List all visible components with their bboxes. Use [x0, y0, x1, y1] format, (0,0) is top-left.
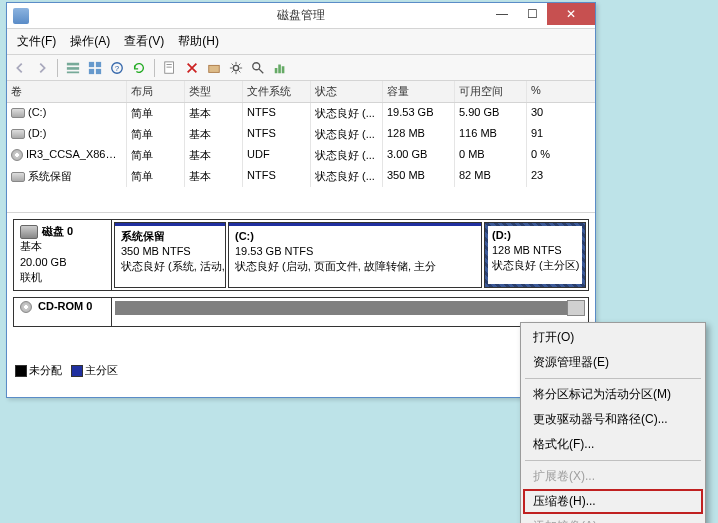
scrollbar-track[interactable]: [115, 301, 585, 315]
svg-rect-12: [209, 65, 220, 72]
disk-0: 磁盘 0 基本 20.00 GB 联机 系统保留 350 MB NTFS 状态良…: [13, 219, 589, 291]
disk-title: 磁盘 0: [42, 225, 73, 237]
toolbar-separator: [154, 59, 155, 77]
toolbar: ?: [7, 55, 595, 81]
volume-status: 状态良好 (...: [311, 145, 383, 166]
volume-fs: UDF: [243, 145, 311, 166]
close-button[interactable]: ✕: [547, 3, 595, 25]
svg-rect-17: [278, 64, 281, 73]
volume-name: (D:): [28, 127, 46, 139]
forward-button: [33, 59, 51, 77]
ctx-change-letter[interactable]: 更改驱动器号和路径(C)...: [523, 407, 703, 432]
partitions: 系统保留 350 MB NTFS 状态良好 (系统, 活动, 主 (C:) 19…: [112, 220, 588, 290]
delete-icon[interactable]: [183, 59, 201, 77]
cdrom-info[interactable]: CD-ROM 0: [14, 298, 112, 326]
volume-free: 5.90 GB: [455, 103, 527, 124]
ctx-add-mirror: 添加镜像(A)...: [523, 514, 703, 523]
ctx-format[interactable]: 格式化(F)...: [523, 432, 703, 457]
volume-type: 基本: [185, 103, 243, 124]
volume-row[interactable]: IR3_CCSA_X86FR... 简单 基本 UDF 状态良好 (... 3.…: [7, 145, 595, 166]
partition-c[interactable]: (C:) 19.53 GB NTFS 状态良好 (启动, 页面文件, 故障转储,…: [228, 222, 482, 288]
volume-pct: 30: [527, 103, 567, 124]
cd-icon: [20, 301, 32, 313]
partition-size: 19.53 GB NTFS: [235, 244, 475, 259]
volume-row[interactable]: (C:) 简单 基本 NTFS 状态良好 (... 19.53 GB 5.90 …: [7, 103, 595, 124]
partition-name: (D:): [492, 228, 578, 243]
volume-pct: 0 %: [527, 145, 567, 166]
header-free[interactable]: 可用空间: [455, 81, 527, 102]
header-layout[interactable]: 布局: [127, 81, 185, 102]
legend-unallocated: 未分配: [29, 364, 62, 376]
volume-capacity: 3.00 GB: [383, 145, 455, 166]
scrollbar-thumb[interactable]: [567, 300, 585, 316]
cdrom-0: CD-ROM 0: [13, 297, 589, 327]
menu-help[interactable]: 帮助(H): [172, 31, 225, 52]
volume-status: 状态良好 (...: [311, 103, 383, 124]
view-detail-icon[interactable]: [86, 59, 104, 77]
window-controls: — ☐ ✕: [487, 3, 595, 25]
menubar: 文件(F) 操作(A) 查看(V) 帮助(H): [7, 29, 595, 55]
partition-status: 状态良好 (主分区): [492, 258, 578, 273]
volume-list: 卷 布局 类型 文件系统 状态 容量 可用空间 % (C:) 简单 基本 NTF…: [7, 81, 595, 213]
help-icon[interactable]: ?: [108, 59, 126, 77]
view-list-icon[interactable]: [64, 59, 82, 77]
svg-rect-3: [89, 61, 94, 66]
back-button: [11, 59, 29, 77]
svg-rect-18: [282, 66, 285, 73]
ctx-open[interactable]: 打开(O): [523, 325, 703, 350]
volume-type: 基本: [185, 124, 243, 145]
menu-action[interactable]: 操作(A): [64, 31, 116, 52]
volume-free: 82 MB: [455, 166, 527, 187]
volume-name: IR3_CCSA_X86FR...: [26, 148, 127, 160]
volume-layout: 简单: [127, 166, 185, 187]
header-volume[interactable]: 卷: [7, 81, 127, 102]
volume-layout: 简单: [127, 145, 185, 166]
chart-icon[interactable]: [271, 59, 289, 77]
header-type[interactable]: 类型: [185, 81, 243, 102]
ctx-separator: [525, 378, 701, 379]
volume-layout: 简单: [127, 103, 185, 124]
refresh-icon[interactable]: [130, 59, 148, 77]
find-icon[interactable]: [249, 59, 267, 77]
menu-file[interactable]: 文件(F): [11, 31, 62, 52]
minimize-button[interactable]: —: [487, 3, 517, 25]
volume-status: 状态良好 (...: [311, 124, 383, 145]
volume-row[interactable]: (D:) 简单 基本 NTFS 状态良好 (... 128 MB 116 MB …: [7, 124, 595, 145]
settings-icon[interactable]: [227, 59, 245, 77]
volume-capacity: 128 MB: [383, 124, 455, 145]
header-percent[interactable]: %: [527, 81, 567, 102]
partition-bar: [115, 223, 225, 226]
header-filesystem[interactable]: 文件系统: [243, 81, 311, 102]
ctx-mark-active[interactable]: 将分区标记为活动分区(M): [523, 382, 703, 407]
partition-system-reserved[interactable]: 系统保留 350 MB NTFS 状态良好 (系统, 活动, 主: [114, 222, 226, 288]
cdrom-title: CD-ROM 0: [38, 300, 92, 312]
maximize-button[interactable]: ☐: [517, 3, 547, 25]
header-capacity[interactable]: 容量: [383, 81, 455, 102]
svg-rect-1: [67, 67, 79, 70]
volume-icon: [11, 108, 25, 118]
graphical-view: 磁盘 0 基本 20.00 GB 联机 系统保留 350 MB NTFS 状态良…: [7, 213, 595, 363]
menu-view[interactable]: 查看(V): [118, 31, 170, 52]
action-icon[interactable]: [205, 59, 223, 77]
volume-row[interactable]: 系统保留 简单 基本 NTFS 状态良好 (... 350 MB 82 MB 2…: [7, 166, 595, 187]
partition-size: 128 MB NTFS: [492, 243, 578, 258]
header-status[interactable]: 状态: [311, 81, 383, 102]
svg-rect-6: [96, 68, 101, 73]
ctx-shrink[interactable]: 压缩卷(H)...: [523, 489, 703, 514]
partition-name: 系统保留: [121, 229, 219, 244]
ctx-extend: 扩展卷(X)...: [523, 464, 703, 489]
partition-name: (C:): [235, 229, 475, 244]
volume-fs: NTFS: [243, 166, 311, 187]
volume-capacity: 19.53 GB: [383, 103, 455, 124]
volume-icon: [11, 129, 25, 139]
volume-fs: NTFS: [243, 103, 311, 124]
ctx-separator: [525, 460, 701, 461]
ctx-explorer[interactable]: 资源管理器(E): [523, 350, 703, 375]
disk-size: 20.00 GB: [20, 255, 105, 270]
partition-d-selected[interactable]: (D:) 128 MB NTFS 状态良好 (主分区): [484, 222, 586, 288]
properties-icon[interactable]: [161, 59, 179, 77]
disk-info[interactable]: 磁盘 0 基本 20.00 GB 联机: [14, 220, 112, 290]
volume-name: 系统保留: [28, 170, 72, 182]
legend: 未分配 主分区: [7, 363, 595, 382]
volume-type: 基本: [185, 145, 243, 166]
